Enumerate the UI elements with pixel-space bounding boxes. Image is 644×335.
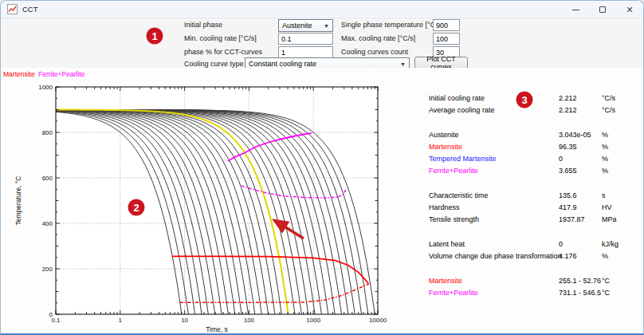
result-label: Ferrite+Pearlite — [429, 165, 478, 177]
callout-badge-1: 1 — [147, 28, 163, 45]
svg-text:1000: 1000 — [38, 84, 53, 91]
result-unit: % — [602, 250, 608, 262]
phase-pct-input[interactable] — [278, 46, 333, 58]
result-label: Characteristic time — [429, 190, 489, 202]
result-unit: °C/s — [602, 104, 615, 116]
svg-text:1: 1 — [119, 317, 123, 324]
max-cooling-rate-label: Max. cooling rate [°C/s] — [341, 34, 415, 42]
result-value: 4.176 — [559, 250, 577, 262]
result-label: Tempered Martensite — [429, 153, 497, 165]
svg-text:Temperature, °C: Temperature, °C — [14, 176, 22, 226]
window-title: CCT — [22, 5, 38, 14]
svg-text:200: 200 — [42, 266, 53, 273]
min-cooling-rate-label: Min. cooling rate [°C/s] — [184, 34, 257, 42]
results-panel: Initial cooling rate2.212°C/sAverage coo… — [429, 93, 638, 312]
result-unit: % — [602, 153, 608, 165]
result-group: Characteristic time135.6sHardness417.9HV… — [429, 190, 638, 226]
result-value: 3.655 — [559, 165, 577, 177]
minimize-icon — [572, 10, 579, 10]
result-row: Characteristic time135.6s — [429, 190, 638, 202]
result-unit: kJ/kg — [602, 238, 618, 250]
result-label: Latent heat — [429, 238, 465, 250]
result-group: Initial cooling rate2.212°C/sAverage coo… — [429, 93, 638, 116]
minimize-button[interactable] — [562, 1, 589, 18]
result-value: 0 — [559, 238, 563, 250]
result-group: Martensite255.1 - 52.76°CFerrite+Pearlit… — [429, 275, 638, 299]
result-row: Martensite255.1 - 52.76°C — [429, 275, 638, 287]
result-unit: °C — [602, 287, 610, 299]
single-phase-temp-input[interactable] — [433, 19, 460, 31]
svg-text:10: 10 — [181, 317, 188, 324]
result-label: Martensite — [429, 275, 462, 287]
result-value: 135.6 — [559, 190, 577, 202]
initial-phase-label: Initial phase — [184, 21, 222, 29]
cct-chart: 0.111010010001000002004006008001000Time,… — [1, 68, 423, 334]
result-value: 2.212 — [559, 104, 577, 116]
cct-plot-svg: 0.111010010001000002004006008001000Time,… — [1, 68, 423, 334]
max-cooling-rate-input[interactable] — [433, 33, 460, 45]
svg-text:800: 800 — [42, 129, 53, 136]
svg-text:400: 400 — [42, 220, 53, 227]
result-row: Hardness417.9HV — [429, 202, 638, 214]
result-group: Austenite3.043e-05%Martensite96.35%Tempe… — [429, 129, 638, 177]
result-label: Initial cooling rate — [429, 93, 485, 104]
result-label: Tensile strength — [429, 214, 479, 226]
result-label: Volume change due phase transformation — [429, 250, 562, 262]
result-row: Tensile strength1937.87MPa — [429, 214, 638, 226]
curves-count-label: Cooling curves count — [341, 48, 408, 56]
parameter-form: Initial phase Austenite ▼ Single phase t… — [1, 18, 643, 68]
result-group: Latent heat0kJ/kgVolume change due phase… — [429, 238, 638, 262]
close-icon: ✕ — [626, 6, 633, 14]
result-row: Ferrite+Pearlite731.1 - 546.5°C — [429, 287, 638, 299]
result-value: 1937.87 — [559, 214, 585, 226]
result-label: Hardness — [429, 202, 460, 214]
phase-pct-label: phase % for CCT-curves — [184, 48, 262, 56]
svg-text:0: 0 — [49, 311, 53, 318]
maximize-button[interactable] — [589, 1, 616, 18]
result-row: Tempered Martensite0% — [429, 153, 638, 165]
svg-text:10000: 10000 — [369, 317, 387, 324]
result-unit: s — [602, 190, 606, 202]
svg-text:0.1: 0.1 — [51, 317, 61, 324]
result-row: Volume change due phase transformation4.… — [429, 250, 638, 262]
result-unit: % — [602, 165, 608, 177]
result-unit: % — [602, 141, 608, 153]
callout-badge-2: 2 — [128, 199, 145, 216]
result-label: Martensite — [429, 141, 462, 153]
svg-text:100: 100 — [244, 317, 255, 324]
svg-text:1000: 1000 — [306, 317, 320, 324]
result-value: 731.1 - 546.5 — [559, 287, 601, 299]
initial-phase-select[interactable]: Austenite ▼ — [278, 19, 333, 32]
result-label: Average cooling rate — [429, 104, 494, 116]
app-icon — [7, 4, 18, 14]
app-window: CCT ✕ Initial phase Austenite ▼ Single p… — [0, 0, 644, 335]
result-unit: HV — [602, 202, 612, 214]
result-value: 96.35 — [559, 141, 577, 153]
result-value: 2.212 — [559, 93, 577, 104]
main-area: Martensite Ferrite+Pearlite 0.1110100100… — [1, 68, 643, 334]
cooling-curve-type-label: Cooling curve type — [184, 60, 244, 68]
result-label: Ferrite+Pearlite — [429, 287, 478, 299]
single-phase-temp-label: Single phase temperature [°C] — [341, 21, 438, 29]
result-value: 255.1 - 52.76 — [559, 275, 601, 287]
chevron-down-icon: ▼ — [324, 23, 329, 29]
close-button[interactable]: ✕ — [616, 1, 643, 18]
result-row: Austenite3.043e-05% — [429, 129, 638, 141]
result-unit: % — [602, 129, 608, 141]
result-label: Austenite — [429, 129, 459, 141]
title-bar[interactable]: CCT ✕ — [1, 1, 643, 18]
callout-badge-3: 3 — [516, 92, 533, 108]
result-value: 3.043e-05 — [559, 129, 591, 141]
result-row: Average cooling rate2.212°C/s — [429, 104, 638, 116]
result-unit: °C — [602, 275, 610, 287]
result-row: Martensite96.35% — [429, 141, 638, 153]
maximize-icon — [599, 6, 606, 13]
result-row: Latent heat0kJ/kg — [429, 238, 638, 250]
min-cooling-rate-input[interactable] — [278, 33, 333, 45]
result-value: 417.9 — [559, 202, 577, 214]
result-row: Ferrite+Pearlite3.655% — [429, 165, 638, 177]
svg-text:600: 600 — [42, 175, 53, 182]
result-value: 0 — [559, 153, 563, 165]
svg-text:Time, s: Time, s — [206, 325, 228, 333]
result-unit: °C/s — [602, 93, 615, 104]
